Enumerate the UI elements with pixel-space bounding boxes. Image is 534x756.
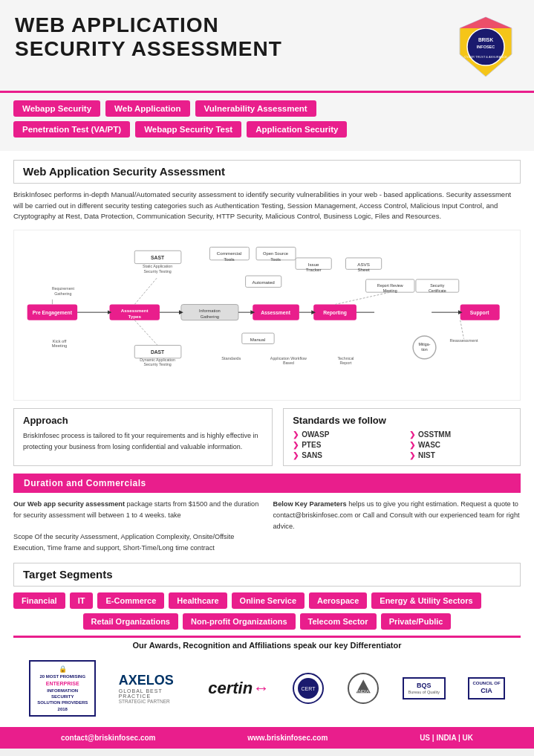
bqs-badge: BQS Bureau of Quality bbox=[403, 677, 446, 700]
svg-text:Assessment: Assessment bbox=[261, 310, 290, 315]
axelos-name: AXELOS bbox=[119, 673, 174, 688]
svg-text:SAST: SAST bbox=[151, 255, 165, 260]
axelos-partner: STRATEGIC PARTNER bbox=[119, 699, 170, 704]
header: WEB APPLICATION SECURITY ASSESSMENT BRIS… bbox=[0, 0, 534, 93]
section-main-title: Web Application Security Assessment bbox=[23, 165, 225, 178]
certino-logo: certin↔ bbox=[208, 679, 269, 698]
header-title: WEB APPLICATION SECURITY ASSESSMENT bbox=[15, 13, 282, 61]
svg-text:Tracker: Tracker bbox=[306, 267, 322, 272]
tag-vulnerability-assessment[interactable]: Vulnerability Assessment bbox=[195, 100, 316, 117]
svg-line-50 bbox=[335, 292, 390, 304]
target-ecommerce[interactable]: E-Commerce bbox=[97, 592, 164, 609]
target-online-service[interactable]: Online Service bbox=[232, 592, 305, 609]
footer: contact@briskinfosec.com www.briskinfose… bbox=[0, 727, 534, 749]
axelos-award: AXELOS GLOBAL BEST PRACTICE STRATEGIC PA… bbox=[119, 673, 186, 704]
target-energy[interactable]: Energy & Utility Sectors bbox=[371, 592, 481, 609]
svg-text:Gathering: Gathering bbox=[201, 314, 219, 319]
svg-text:Issue: Issue bbox=[308, 262, 319, 267]
svg-text:Tools: Tools bbox=[224, 256, 235, 262]
tag-webapp-security[interactable]: Webapp Security bbox=[13, 100, 100, 117]
intro-text: BriskInfosec performs in-depth Manual/Au… bbox=[13, 190, 521, 222]
svg-text:Automated: Automated bbox=[253, 280, 276, 285]
axelos-sub: GLOBAL BEST PRACTICE bbox=[119, 688, 186, 699]
svg-marker-6 bbox=[486, 17, 512, 28]
svg-text:Support: Support bbox=[470, 310, 490, 316]
standards-section: Standards we follow OWASP OSSTMM PTES WA… bbox=[283, 408, 521, 466]
target-telecom[interactable]: Telecom Sector bbox=[300, 613, 377, 630]
svg-text:Types: Types bbox=[128, 314, 141, 319]
tag-web-application[interactable]: Web Application bbox=[105, 100, 189, 117]
approach-title: Approach bbox=[23, 415, 263, 426]
target-healthcare[interactable]: Healthcare bbox=[169, 592, 227, 609]
svg-text:Security: Security bbox=[430, 284, 444, 288]
svg-text:Security Testing: Security Testing bbox=[143, 269, 171, 274]
target-title: Target Segments bbox=[23, 568, 113, 581]
svg-text:BRISK: BRISK bbox=[478, 37, 494, 42]
svg-text:Meeting: Meeting bbox=[52, 344, 68, 349]
svg-text:Kick off: Kick off bbox=[53, 339, 67, 343]
standards-list: OWASP OSSTMM PTES WASC SANS NIST bbox=[293, 430, 511, 459]
duration-left: Our Web app security assessment package … bbox=[13, 499, 261, 554]
svg-text:INFOSEC: INFOSEC bbox=[477, 45, 495, 49]
duration-left-bold: Our Web app security assessment bbox=[13, 500, 125, 508]
svg-text:Application Workflow: Application Workflow bbox=[270, 356, 307, 361]
target-financial[interactable]: Financial bbox=[13, 592, 65, 609]
enterprise-award: 🔒 20 MOST PROMISING ENTERPRISE INFORMATI… bbox=[29, 660, 96, 717]
svg-text:Sheet: Sheet bbox=[357, 267, 370, 272]
enterprise-badge: 🔒 20 MOST PROMISING ENTERPRISE INFORMATI… bbox=[29, 660, 96, 717]
tag-application-security[interactable]: Application Security bbox=[247, 121, 347, 138]
tags-row2: Penetration Test (VA/PT) Webapp Security… bbox=[13, 121, 521, 138]
duration-bar: Duration and Commercials bbox=[13, 474, 521, 493]
target-tags-row1: Financial IT E-Commerce Healthcare Onlin… bbox=[13, 592, 521, 609]
svg-text:Static Application: Static Application bbox=[143, 265, 172, 269]
svg-text:Standards: Standards bbox=[221, 356, 241, 361]
approach-standards: Approach BriskInfosec process is tailore… bbox=[13, 408, 521, 466]
duration-content: Our Web app security assessment package … bbox=[13, 499, 521, 554]
target-retail[interactable]: Retail Organizations bbox=[83, 613, 178, 630]
title-line1: WEB APPLICATION bbox=[15, 13, 282, 37]
svg-text:Meeting: Meeting bbox=[383, 288, 397, 293]
approach-text: BriskInfosec process is tailored to fit … bbox=[23, 430, 263, 452]
standard-nist: NIST bbox=[409, 451, 511, 459]
awards-title: Our Awards, Recognition and Affiliations… bbox=[13, 641, 521, 650]
footer-locations: US | INDIA | UK bbox=[420, 734, 473, 742]
svg-text:Assessment: Assessment bbox=[121, 308, 149, 313]
page: WEB APPLICATION SECURITY ASSESSMENT BRIS… bbox=[0, 0, 534, 749]
svg-text:Reporting: Reporting bbox=[323, 310, 347, 316]
standard-sans: SANS bbox=[293, 451, 394, 459]
svg-text:Mitiga-: Mitiga- bbox=[419, 343, 431, 347]
svg-text:DAST: DAST bbox=[151, 349, 165, 355]
target-private[interactable]: Private/Public bbox=[381, 613, 452, 630]
svg-text:CERT: CERT bbox=[301, 686, 316, 691]
main-content: Web Application Security Assessment Bris… bbox=[0, 160, 534, 721]
svg-text:Commercial: Commercial bbox=[217, 251, 241, 256]
target-it[interactable]: IT bbox=[70, 592, 94, 609]
footer-email: contact@briskinfosec.com bbox=[61, 734, 156, 742]
svg-text:ASVS: ASVS bbox=[357, 262, 370, 267]
council-cia-badge: COUNCIL OF CIA bbox=[468, 677, 504, 699]
target-nonprofit[interactable]: Non-profit Organizations bbox=[183, 613, 296, 630]
svg-text:Certificate: Certificate bbox=[429, 288, 446, 293]
footer-website: www.briskinfosec.com bbox=[247, 734, 328, 742]
certino-award: certin↔ bbox=[208, 679, 269, 698]
awards-logos: 🔒 20 MOST PROMISING ENTERPRISE INFORMATI… bbox=[13, 656, 521, 721]
standard-osstmm: OSSTMM bbox=[409, 430, 511, 439]
tag-webapp-security-test[interactable]: Webapp Security Test bbox=[135, 121, 241, 138]
target-aerospace[interactable]: Aerospace bbox=[309, 592, 367, 609]
standards-title: Standards we follow bbox=[293, 415, 511, 426]
circle-badge-1: CERT bbox=[292, 672, 325, 705]
duration-scope-text: Scope Of the security Assessment, Applic… bbox=[13, 533, 234, 552]
section-title-box: Web Application Security Assessment bbox=[13, 160, 521, 184]
duration-right: Below Key Parameters helps us to give yo… bbox=[273, 499, 521, 554]
svg-text:Information: Information bbox=[199, 308, 221, 313]
svg-text:Open Source: Open Source bbox=[263, 251, 288, 256]
svg-text:Based: Based bbox=[283, 361, 294, 366]
tag-penetration-test[interactable]: Penetration Test (VA/PT) bbox=[13, 121, 130, 138]
svg-text:Report Review: Report Review bbox=[377, 284, 403, 288]
awards-divider bbox=[13, 636, 521, 638]
svg-text:Gathering: Gathering bbox=[54, 291, 71, 296]
svg-text:Technical: Technical bbox=[337, 356, 354, 361]
diagram-svg: Pre Engagement Assessment Types Informat… bbox=[17, 236, 517, 394]
svg-marker-7 bbox=[460, 17, 486, 28]
circle-badge-2: INDIA bbox=[347, 672, 380, 705]
